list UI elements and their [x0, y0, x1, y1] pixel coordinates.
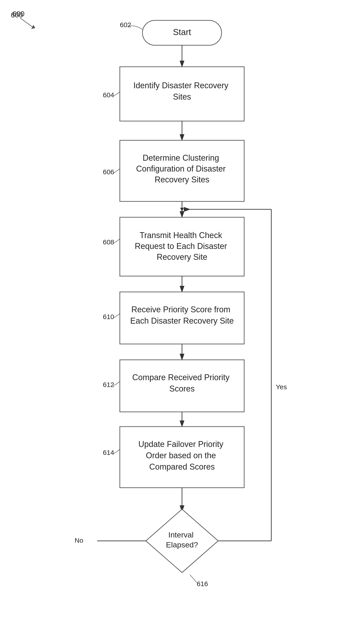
fig-600-label: 600: [12, 10, 24, 18]
step-606-label: 606: [103, 168, 114, 176]
step-616-label-arrow: [190, 575, 197, 583]
flowchart-svg: Start Identify Disaster Recovery Sites 6…: [0, 0, 364, 628]
yes-label-text: Yes: [276, 383, 287, 391]
fig-602-label: 602: [120, 21, 131, 28]
step-614-label: 614: [103, 449, 114, 456]
step-616-label: 616: [197, 580, 208, 587]
start-text: Start: [173, 27, 191, 37]
fig-600-arrowhead: [31, 25, 35, 29]
no-label-text: No: [75, 537, 83, 544]
fig-600-arrow: [20, 18, 33, 27]
step-604-label: 604: [103, 91, 114, 99]
yes-merge-arrowhead: [180, 208, 184, 212]
diagram-container: 600 Start Identify Disaster Recovery Sit…: [0, 0, 364, 628]
step-612-label: 612: [103, 381, 114, 388]
step-608-label: 608: [103, 238, 114, 246]
step-610-label: 610: [103, 313, 114, 320]
step-614-text: Update Failover Priority Order based on …: [138, 440, 226, 471]
